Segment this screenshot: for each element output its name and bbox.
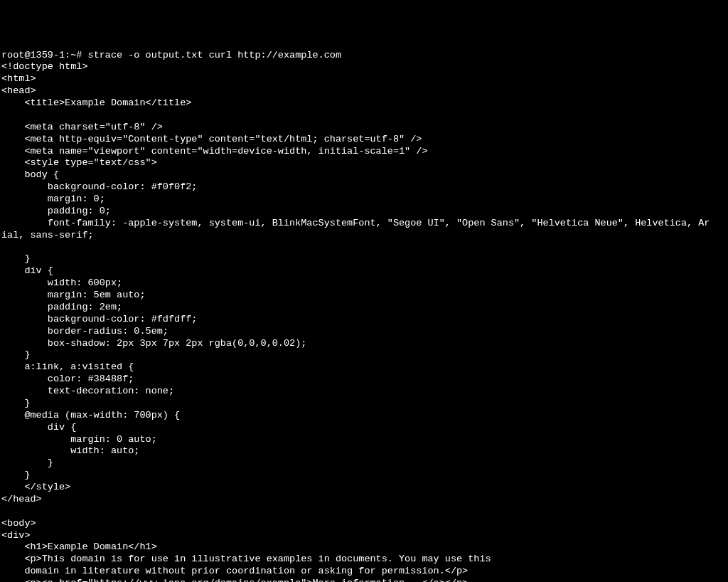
command-input[interactable]: strace -o output.txt curl http://example… [88, 50, 341, 62]
terminal-window[interactable]: root@1359-1:~# strace -o output.txt curl… [1, 50, 728, 583]
terminal-output: <!doctype html> <html> <head> <title>Exa… [1, 61, 728, 582]
shell-prompt: root@1359-1:~# [1, 50, 88, 62]
